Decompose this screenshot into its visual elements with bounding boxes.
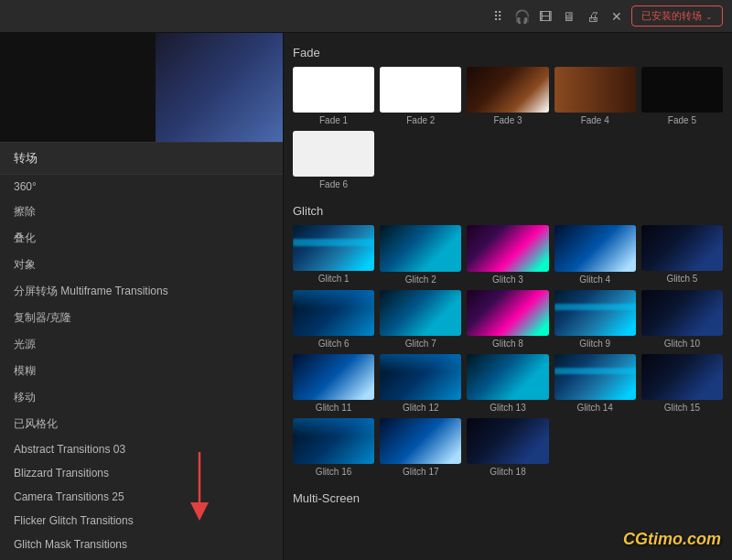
glitch7-thumb bbox=[380, 290, 461, 336]
glitch11-label: Glitch 11 bbox=[293, 403, 374, 413]
list-item[interactable]: Glitch 3 bbox=[467, 225, 548, 284]
left-panel: 00:00:16:00 转场 360° 擦除 叠化 对象 分屏转场 Multif… bbox=[0, 33, 284, 560]
glitch6-label: Glitch 6 bbox=[293, 339, 374, 349]
list-item[interactable]: Glitch 6 bbox=[293, 290, 374, 349]
glitch13-label: Glitch 13 bbox=[467, 403, 548, 413]
glitch7-label: Glitch 7 bbox=[380, 339, 461, 349]
glitch18-label: Glitch 18 bbox=[467, 467, 548, 477]
glitch4-thumb bbox=[554, 225, 636, 271]
list-item[interactable]: Glitch 2 bbox=[380, 225, 461, 284]
list-item[interactable]: Glitch 17 bbox=[380, 418, 461, 477]
list-item[interactable]: Glitch 18 bbox=[467, 418, 548, 477]
fade3-thumb bbox=[467, 67, 548, 113]
grid-icon[interactable]: ⠿ bbox=[489, 7, 507, 26]
list-item[interactable]: Glitch 14 bbox=[554, 354, 636, 413]
list-item[interactable]: Glitch 10 bbox=[641, 290, 723, 349]
monitor-icon[interactable]: 🖥 bbox=[560, 7, 578, 26]
fade2-thumb bbox=[380, 67, 461, 113]
list-item[interactable]: Glitch 4 bbox=[554, 225, 636, 284]
glitch10-label: Glitch 10 bbox=[641, 339, 723, 349]
glitch3-label: Glitch 3 bbox=[467, 275, 548, 285]
fade2-label: Fade 2 bbox=[380, 115, 461, 125]
sidebar-item-blizzard[interactable]: Blizzard Transitions bbox=[0, 461, 283, 485]
preview-thumbnail bbox=[0, 33, 283, 142]
sidebar-item-camera25[interactable]: Camera Transitions 25 bbox=[0, 485, 283, 509]
main-layout: 00:00:16:00 转场 360° 擦除 叠化 对象 分屏转场 Multif… bbox=[0, 33, 732, 560]
sidebar-item-object[interactable]: 对象 bbox=[0, 252, 283, 278]
fade-section-title: Fade bbox=[293, 46, 723, 59]
list-item[interactable]: Glitch 8 bbox=[467, 290, 548, 349]
glitch1-thumb bbox=[293, 225, 374, 271]
list-item[interactable]: Glitch 1 bbox=[293, 225, 374, 284]
list-item[interactable]: Fade 3 bbox=[467, 67, 548, 125]
glitch6-thumb bbox=[293, 290, 374, 336]
preview-area bbox=[0, 33, 283, 143]
sidebar-item-blur[interactable]: 模糊 bbox=[0, 358, 283, 384]
sidebar-item-360[interactable]: 360° bbox=[0, 175, 283, 199]
list-item[interactable]: Glitch 15 bbox=[641, 354, 723, 413]
dropdown-arrow: ⌄ bbox=[705, 12, 713, 21]
sidebar-item-flicker[interactable]: Flicker Glitch Transitions bbox=[0, 509, 283, 533]
fade6-thumb bbox=[293, 131, 374, 177]
list-item[interactable]: Glitch 7 bbox=[380, 290, 461, 349]
sidebar-item-light[interactable]: 光源 bbox=[0, 331, 283, 358]
multiscreen-section: Multi-Screen bbox=[293, 491, 723, 505]
glitch8-label: Glitch 8 bbox=[467, 339, 548, 349]
glitch16-label: Glitch 16 bbox=[293, 467, 374, 477]
fade-grid: Fade 1 Fade 2 Fade 3 Fade 4 Fade 5 bbox=[293, 67, 723, 189]
sidebar-item-motion[interactable]: 移动 bbox=[0, 384, 283, 411]
watermark: CGtimo.com bbox=[623, 530, 721, 549]
list-item[interactable]: Glitch 5 bbox=[641, 225, 723, 284]
glitch4-label: Glitch 4 bbox=[554, 275, 636, 285]
sidebar-item-abstract[interactable]: Abstract Transitions 03 bbox=[0, 437, 283, 461]
glitch2-thumb bbox=[380, 225, 461, 271]
glitch9-label: Glitch 9 bbox=[554, 339, 636, 349]
list-item[interactable]: Glitch 16 bbox=[293, 418, 374, 477]
list-item[interactable]: Fade 6 bbox=[293, 131, 374, 189]
print-icon[interactable]: 🖨 bbox=[584, 7, 602, 26]
list-item[interactable]: Fade 5 bbox=[641, 67, 723, 125]
sidebar-item-multiframe[interactable]: 分屏转场 Multiframe Transitions bbox=[0, 278, 283, 305]
list-item[interactable]: Glitch 11 bbox=[293, 354, 374, 413]
list-item[interactable]: Fade 2 bbox=[380, 67, 461, 125]
fade4-label: Fade 4 bbox=[554, 115, 636, 125]
sidebar-item-dissolve[interactable]: 叠化 bbox=[0, 225, 283, 252]
fade5-thumb bbox=[641, 67, 723, 113]
fade1-label: Fade 1 bbox=[293, 115, 374, 125]
glitch12-thumb bbox=[380, 354, 461, 400]
list-item[interactable]: Glitch 12 bbox=[380, 354, 461, 413]
close-icon[interactable]: ✕ bbox=[608, 7, 626, 26]
toolbar-right: ⠿ 🎧 🎞 🖥 🖨 ✕ 已安装的转场 ⌄ bbox=[489, 5, 723, 27]
right-panel: Fade Fade 1 Fade 2 Fade 3 Fade 4 bbox=[284, 33, 732, 560]
glitch14-thumb bbox=[554, 354, 636, 400]
glitch5-label: Glitch 5 bbox=[641, 274, 723, 284]
fade5-label: Fade 5 bbox=[641, 115, 723, 125]
installed-transitions-button[interactable]: 已安装的转场 ⌄ bbox=[631, 5, 723, 27]
list-item[interactable]: Fade 4 bbox=[554, 67, 636, 125]
sidebar-menu: 转场 360° 擦除 叠化 对象 分屏转场 Multiframe Transit… bbox=[0, 143, 283, 560]
sidebar-item-glitchmask[interactable]: Glitch Mask Transitions bbox=[0, 533, 283, 556]
installed-label: 已安装的转场 bbox=[641, 9, 702, 23]
glitch11-thumb bbox=[293, 354, 374, 400]
glitch17-label: Glitch 17 bbox=[380, 467, 461, 477]
glitch2-label: Glitch 2 bbox=[380, 275, 461, 285]
glitch13-thumb bbox=[467, 354, 548, 400]
list-item[interactable]: Fade 1 bbox=[293, 67, 374, 125]
list-item[interactable]: Glitch 9 bbox=[554, 290, 636, 349]
fade3-label: Fade 3 bbox=[467, 115, 548, 125]
sidebar-item-erase[interactable]: 擦除 bbox=[0, 199, 283, 225]
sidebar-item-styled[interactable]: 已风格化 bbox=[0, 411, 283, 437]
glitch-section: Glitch Glitch 1 Glitch 2 Glitch 3 Glitch… bbox=[293, 204, 723, 477]
sidebar-item-complex[interactable]: 复制器/克隆 bbox=[0, 305, 283, 331]
glitch3-thumb bbox=[467, 225, 548, 271]
sidebar-item-glitchpack[interactable]: Glitch Transitions Pack bbox=[0, 556, 283, 560]
film-icon[interactable]: 🎞 bbox=[536, 7, 554, 26]
glitch18-thumb bbox=[467, 418, 548, 464]
glitch8-thumb bbox=[467, 290, 548, 336]
top-toolbar: ⠿ 🎧 🎞 🖥 🖨 ✕ 已安装的转场 ⌄ bbox=[0, 0, 732, 33]
fade-section: Fade Fade 1 Fade 2 Fade 3 Fade 4 bbox=[293, 46, 723, 189]
multiscreen-section-title: Multi-Screen bbox=[293, 491, 723, 505]
list-item[interactable]: Glitch 13 bbox=[467, 354, 548, 413]
glitch10-thumb bbox=[641, 290, 723, 336]
headphone-icon[interactable]: 🎧 bbox=[512, 7, 531, 26]
